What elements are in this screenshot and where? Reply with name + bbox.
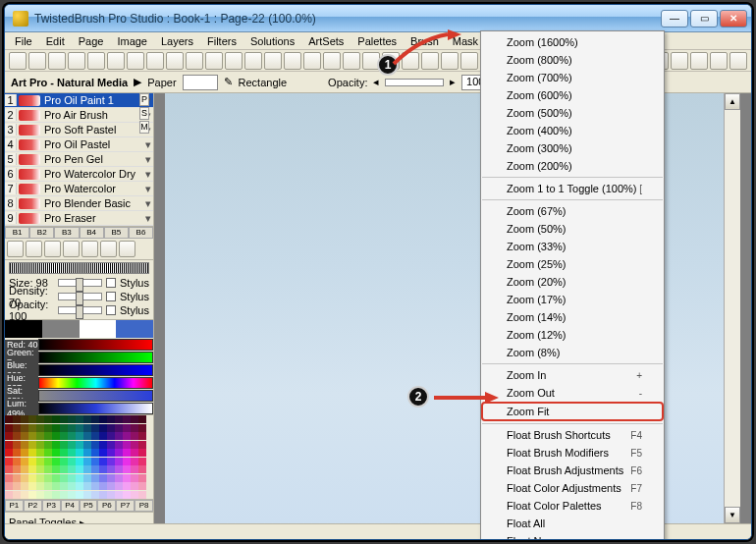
tool-brush-icon[interactable] xyxy=(284,52,301,70)
palette-cell[interactable] xyxy=(138,465,146,473)
palette-cell[interactable] xyxy=(13,491,21,499)
palette-tab[interactable]: P4 xyxy=(61,500,80,512)
menu-edit[interactable]: Edit xyxy=(40,33,71,49)
scroll-track[interactable] xyxy=(725,110,740,507)
palette-cell[interactable] xyxy=(36,441,44,449)
brushset-name[interactable]: Art Pro - Natural Media xyxy=(11,77,128,88)
tool-move-icon[interactable] xyxy=(421,52,439,70)
brush-tab[interactable]: B2 xyxy=(29,227,54,239)
menu-artsets[interactable]: ArtSets xyxy=(302,33,350,49)
palette-cell[interactable] xyxy=(44,432,52,440)
palette-cell[interactable] xyxy=(68,482,76,490)
palette-cell[interactable] xyxy=(52,491,60,499)
menu-item[interactable]: Float Brush AdjustmentsF6 xyxy=(481,462,664,479)
opacity-stylus-checkbox[interactable] xyxy=(106,305,116,315)
palette-cell[interactable] xyxy=(115,491,123,499)
palette-cell[interactable] xyxy=(115,441,123,449)
palette-cell[interactable] xyxy=(44,474,52,482)
palette-tab[interactable]: P7 xyxy=(116,500,135,512)
mini-tool-4[interactable] xyxy=(63,241,80,257)
menu-image[interactable]: Image xyxy=(111,33,153,49)
palette-cell[interactable] xyxy=(36,482,44,490)
palette-cell[interactable] xyxy=(76,441,83,449)
menu-item[interactable]: Zoom (50%) xyxy=(481,220,664,238)
palette-cell[interactable] xyxy=(36,491,44,499)
palette-cell[interactable] xyxy=(131,474,138,482)
tool-pan-icon[interactable] xyxy=(244,52,262,70)
palette-cell[interactable] xyxy=(131,441,138,449)
palette-cell[interactable] xyxy=(115,449,123,457)
tool-fill-icon[interactable] xyxy=(343,52,360,70)
menu-item[interactable]: Zoom (200%) xyxy=(481,157,664,175)
brush-tab[interactable]: B3 xyxy=(54,227,79,239)
palette-cell[interactable] xyxy=(5,465,13,473)
menu-item[interactable]: Float Color AdjustmentsF7 xyxy=(481,479,664,497)
brush-tab[interactable]: B1 xyxy=(5,227,29,239)
palette-cell[interactable] xyxy=(107,474,115,482)
palette-cell[interactable] xyxy=(13,415,21,423)
tool-mask-icon[interactable] xyxy=(362,52,380,70)
palette-cell[interactable] xyxy=(76,474,83,482)
palette-cell[interactable] xyxy=(52,474,60,482)
tool-shape-icon[interactable] xyxy=(402,52,419,70)
mini-tool-2[interactable] xyxy=(26,241,42,257)
palette-cell[interactable] xyxy=(91,415,99,423)
palette-cell[interactable] xyxy=(83,465,91,473)
color-palette[interactable] xyxy=(5,415,153,500)
tool-rotate-icon[interactable] xyxy=(264,52,282,70)
opacity-slider[interactable] xyxy=(385,79,444,86)
palette-cell[interactable] xyxy=(107,482,115,490)
menu-item[interactable]: Zoom (600%) xyxy=(481,86,664,104)
palette-cell[interactable] xyxy=(107,491,115,499)
palette-cell[interactable] xyxy=(107,458,115,465)
tool-open-icon[interactable] xyxy=(28,52,46,70)
palette-cell[interactable] xyxy=(52,482,60,490)
tool-select-icon[interactable] xyxy=(460,52,478,70)
palette-cell[interactable] xyxy=(21,482,28,490)
palette-cell[interactable] xyxy=(5,482,13,490)
palette-cell[interactable] xyxy=(107,415,115,423)
palette-cell[interactable] xyxy=(21,458,28,465)
palette-cell[interactable] xyxy=(115,458,123,465)
brush-row[interactable]: 5Pro Pen Gel▾ xyxy=(5,152,153,167)
palette-cell[interactable] xyxy=(28,465,36,473)
tool-extra-6-icon[interactable] xyxy=(710,52,728,70)
palette-cell[interactable] xyxy=(83,415,91,423)
palette-cell[interactable] xyxy=(107,449,115,457)
palette-cell[interactable] xyxy=(36,449,44,457)
palette-cell[interactable] xyxy=(5,458,13,465)
palette-cell[interactable] xyxy=(36,474,44,482)
scroll-down-icon[interactable]: ▼ xyxy=(725,507,740,523)
palette-cell[interactable] xyxy=(83,491,91,499)
palette-cell[interactable] xyxy=(5,424,13,432)
palette-cell[interactable] xyxy=(131,449,138,457)
palette-cell[interactable] xyxy=(107,432,115,440)
palette-cell[interactable] xyxy=(68,441,76,449)
menu-palettes[interactable]: Palettes xyxy=(351,33,403,49)
palette-cell[interactable] xyxy=(123,465,131,473)
palette-cell[interactable] xyxy=(44,491,52,499)
palette-cell[interactable] xyxy=(68,491,76,499)
palette-cell[interactable] xyxy=(123,458,131,465)
mini-tool-6[interactable] xyxy=(100,241,117,257)
color-swatch[interactable] xyxy=(80,320,117,338)
tool-crop-icon[interactable] xyxy=(441,52,459,70)
palette-cell[interactable] xyxy=(131,424,138,432)
tool-new-icon[interactable] xyxy=(9,52,27,70)
tool-redo-icon[interactable] xyxy=(166,52,184,70)
menu-item[interactable]: Zoom 1 to 1 Toggle (100%)[ xyxy=(481,180,664,197)
palette-cell[interactable] xyxy=(52,458,60,465)
brush-flag-P[interactable]: P xyxy=(139,93,149,106)
palette-cell[interactable] xyxy=(13,458,21,465)
color-swatches[interactable] xyxy=(5,320,153,338)
tool-zoom-icon[interactable] xyxy=(225,52,243,70)
palette-tab[interactable]: P6 xyxy=(97,500,116,512)
palette-cell[interactable] xyxy=(123,432,131,440)
palette-cell[interactable] xyxy=(123,482,131,490)
palette-cell[interactable] xyxy=(115,424,123,432)
tool-save-icon[interactable] xyxy=(48,52,66,70)
brush-row[interactable]: 4Pro Oil Pastel▾ xyxy=(5,137,153,152)
palette-cell[interactable] xyxy=(28,482,36,490)
palette-cell[interactable] xyxy=(13,465,21,473)
palette-cell[interactable] xyxy=(60,474,68,482)
